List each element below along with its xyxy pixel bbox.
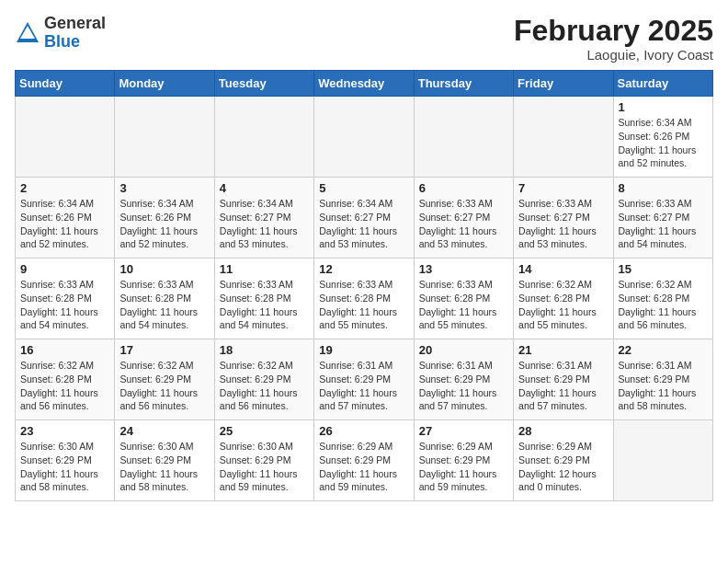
day-number: 28 xyxy=(518,424,608,438)
day-info: Sunrise: 6:32 AM Sunset: 6:29 PM Dayligh… xyxy=(119,359,209,413)
weekday-header-tuesday: Tuesday xyxy=(214,71,313,97)
day-number: 3 xyxy=(119,181,209,195)
day-number: 5 xyxy=(319,181,408,195)
day-number: 14 xyxy=(518,262,608,276)
logo: General Blue xyxy=(15,15,106,52)
logo-text: General Blue xyxy=(44,15,106,52)
calendar-cell xyxy=(613,420,712,501)
calendar-cell: 21Sunrise: 6:31 AM Sunset: 6:29 PM Dayli… xyxy=(514,339,613,420)
weekday-header-wednesday: Wednesday xyxy=(314,71,414,97)
day-info: Sunrise: 6:32 AM Sunset: 6:28 PM Dayligh… xyxy=(619,278,708,332)
day-info: Sunrise: 6:33 AM Sunset: 6:28 PM Dayligh… xyxy=(20,278,109,332)
day-number: 19 xyxy=(319,343,408,357)
day-info: Sunrise: 6:32 AM Sunset: 6:29 PM Dayligh… xyxy=(220,359,309,413)
day-info: Sunrise: 6:34 AM Sunset: 6:26 PM Dayligh… xyxy=(619,116,708,170)
day-info: Sunrise: 6:29 AM Sunset: 6:29 PM Dayligh… xyxy=(419,440,508,494)
day-number: 13 xyxy=(419,262,508,276)
day-info: Sunrise: 6:31 AM Sunset: 6:29 PM Dayligh… xyxy=(518,359,608,413)
calendar-cell: 7Sunrise: 6:33 AM Sunset: 6:27 PM Daylig… xyxy=(514,178,613,259)
week-row-1: 1Sunrise: 6:34 AM Sunset: 6:26 PM Daylig… xyxy=(16,97,713,178)
calendar-cell xyxy=(514,97,613,178)
calendar-cell: 24Sunrise: 6:30 AM Sunset: 6:29 PM Dayli… xyxy=(115,420,214,501)
header: General Blue February 2025 Laoguie, Ivor… xyxy=(15,15,713,63)
calendar-cell: 19Sunrise: 6:31 AM Sunset: 6:29 PM Dayli… xyxy=(314,339,414,420)
logo-general: General xyxy=(44,14,106,32)
calendar-cell: 14Sunrise: 6:32 AM Sunset: 6:28 PM Dayli… xyxy=(514,259,613,339)
day-info: Sunrise: 6:30 AM Sunset: 6:29 PM Dayligh… xyxy=(20,440,109,494)
day-info: Sunrise: 6:31 AM Sunset: 6:29 PM Dayligh… xyxy=(619,359,708,413)
calendar-cell: 9Sunrise: 6:33 AM Sunset: 6:28 PM Daylig… xyxy=(16,259,115,339)
day-number: 1 xyxy=(619,100,708,114)
calendar-cell: 15Sunrise: 6:32 AM Sunset: 6:28 PM Dayli… xyxy=(613,259,712,339)
calendar-cell: 11Sunrise: 6:33 AM Sunset: 6:28 PM Dayli… xyxy=(214,259,313,339)
calendar-cell: 5Sunrise: 6:34 AM Sunset: 6:27 PM Daylig… xyxy=(314,178,414,259)
week-row-5: 23Sunrise: 6:30 AM Sunset: 6:29 PM Dayli… xyxy=(16,420,713,501)
day-number: 26 xyxy=(319,424,408,438)
day-info: Sunrise: 6:32 AM Sunset: 6:28 PM Dayligh… xyxy=(518,278,608,332)
day-number: 16 xyxy=(20,343,109,357)
day-number: 2 xyxy=(20,181,109,195)
day-number: 7 xyxy=(518,181,608,195)
day-number: 20 xyxy=(419,343,508,357)
day-number: 23 xyxy=(20,424,109,438)
calendar-cell xyxy=(314,97,414,178)
day-number: 25 xyxy=(220,424,309,438)
logo-icon xyxy=(15,20,40,46)
calendar-cell xyxy=(414,97,513,178)
calendar-cell: 28Sunrise: 6:29 AM Sunset: 6:29 PM Dayli… xyxy=(514,420,613,501)
weekday-header-thursday: Thursday xyxy=(414,71,513,97)
day-number: 24 xyxy=(119,424,209,438)
week-row-2: 2Sunrise: 6:34 AM Sunset: 6:26 PM Daylig… xyxy=(16,178,713,259)
weekday-header-monday: Monday xyxy=(115,71,214,97)
calendar-cell: 12Sunrise: 6:33 AM Sunset: 6:28 PM Dayli… xyxy=(314,259,414,339)
calendar-cell: 4Sunrise: 6:34 AM Sunset: 6:27 PM Daylig… xyxy=(214,178,313,259)
day-info: Sunrise: 6:33 AM Sunset: 6:27 PM Dayligh… xyxy=(619,197,708,251)
day-info: Sunrise: 6:32 AM Sunset: 6:28 PM Dayligh… xyxy=(20,359,109,413)
day-number: 17 xyxy=(119,343,209,357)
weekday-header-saturday: Saturday xyxy=(613,71,712,97)
calendar-cell xyxy=(115,97,214,178)
day-info: Sunrise: 6:33 AM Sunset: 6:28 PM Dayligh… xyxy=(119,278,209,332)
day-number: 11 xyxy=(220,262,309,276)
day-number: 9 xyxy=(20,262,109,276)
day-number: 6 xyxy=(419,181,508,195)
calendar-cell xyxy=(214,97,313,178)
day-info: Sunrise: 6:34 AM Sunset: 6:27 PM Dayligh… xyxy=(319,197,408,251)
calendar-cell: 25Sunrise: 6:30 AM Sunset: 6:29 PM Dayli… xyxy=(214,420,313,501)
weekday-header-row: SundayMondayTuesdayWednesdayThursdayFrid… xyxy=(16,71,713,97)
day-number: 8 xyxy=(619,181,708,195)
day-info: Sunrise: 6:33 AM Sunset: 6:28 PM Dayligh… xyxy=(319,278,408,332)
calendar-cell: 23Sunrise: 6:30 AM Sunset: 6:29 PM Dayli… xyxy=(16,420,115,501)
calendar-cell: 16Sunrise: 6:32 AM Sunset: 6:28 PM Dayli… xyxy=(16,339,115,420)
day-info: Sunrise: 6:33 AM Sunset: 6:27 PM Dayligh… xyxy=(518,197,608,251)
week-row-4: 16Sunrise: 6:32 AM Sunset: 6:28 PM Dayli… xyxy=(16,339,713,420)
day-number: 22 xyxy=(619,343,708,357)
calendar-cell: 17Sunrise: 6:32 AM Sunset: 6:29 PM Dayli… xyxy=(115,339,214,420)
day-info: Sunrise: 6:30 AM Sunset: 6:29 PM Dayligh… xyxy=(119,440,209,494)
weekday-header-friday: Friday xyxy=(514,71,613,97)
calendar-cell: 26Sunrise: 6:29 AM Sunset: 6:29 PM Dayli… xyxy=(314,420,414,501)
calendar-cell: 2Sunrise: 6:34 AM Sunset: 6:26 PM Daylig… xyxy=(16,178,115,259)
calendar-cell: 20Sunrise: 6:31 AM Sunset: 6:29 PM Dayli… xyxy=(414,339,513,420)
calendar-cell: 18Sunrise: 6:32 AM Sunset: 6:29 PM Dayli… xyxy=(214,339,313,420)
day-info: Sunrise: 6:34 AM Sunset: 6:26 PM Dayligh… xyxy=(119,197,209,251)
calendar-cell: 6Sunrise: 6:33 AM Sunset: 6:27 PM Daylig… xyxy=(414,178,513,259)
calendar-cell: 3Sunrise: 6:34 AM Sunset: 6:26 PM Daylig… xyxy=(115,178,214,259)
day-number: 27 xyxy=(419,424,508,438)
logo-blue-text: Blue xyxy=(44,32,80,51)
day-info: Sunrise: 6:34 AM Sunset: 6:26 PM Dayligh… xyxy=(20,197,109,251)
day-info: Sunrise: 6:34 AM Sunset: 6:27 PM Dayligh… xyxy=(220,197,309,251)
day-info: Sunrise: 6:29 AM Sunset: 6:29 PM Dayligh… xyxy=(319,440,408,494)
day-number: 18 xyxy=(220,343,309,357)
day-info: Sunrise: 6:30 AM Sunset: 6:29 PM Dayligh… xyxy=(220,440,309,494)
day-info: Sunrise: 6:31 AM Sunset: 6:29 PM Dayligh… xyxy=(319,359,408,413)
title-area: February 2025 Laoguie, Ivory Coast xyxy=(514,15,713,63)
day-info: Sunrise: 6:29 AM Sunset: 6:29 PM Dayligh… xyxy=(518,440,608,494)
week-row-3: 9Sunrise: 6:33 AM Sunset: 6:28 PM Daylig… xyxy=(16,259,713,339)
calendar-cell: 22Sunrise: 6:31 AM Sunset: 6:29 PM Dayli… xyxy=(613,339,712,420)
day-info: Sunrise: 6:33 AM Sunset: 6:27 PM Dayligh… xyxy=(419,197,508,251)
calendar-cell: 27Sunrise: 6:29 AM Sunset: 6:29 PM Dayli… xyxy=(414,420,513,501)
calendar-cell: 1Sunrise: 6:34 AM Sunset: 6:26 PM Daylig… xyxy=(613,97,712,178)
day-info: Sunrise: 6:33 AM Sunset: 6:28 PM Dayligh… xyxy=(419,278,508,332)
day-info: Sunrise: 6:31 AM Sunset: 6:29 PM Dayligh… xyxy=(419,359,508,413)
